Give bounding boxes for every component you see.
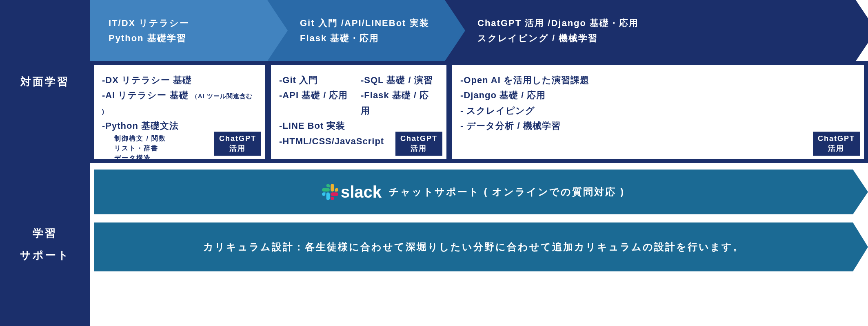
phase-1-line2: Python 基礎学習 [109, 31, 267, 46]
phase-1: IT/DX リテラシー Python 基礎学習 [90, 0, 267, 61]
phases-row: IT/DX リテラシー Python 基礎学習 Git 入門 /API/LINE… [90, 0, 868, 61]
badge-line2: 活用 [219, 144, 256, 153]
badge-line2: 活用 [818, 144, 855, 153]
support-banner2-text: カリキュラム設計：各生徒様に合わせて深堀りしたい分野に合わせて追加カリキュラムの… [203, 240, 744, 253]
support-banner-slack: slack チャットサポート ( オンラインでの質問対応 ) [94, 170, 853, 214]
slack-logo: slack [322, 183, 382, 201]
card3-item-c: - スクレイピング [460, 103, 856, 118]
badge-line2: 活用 [400, 144, 437, 153]
card-1: -DX リテラシー 基礎 -AI リテラシー 基礎 （AI ツール関連含む ) … [94, 65, 265, 159]
phase-1-line1: IT/DX リテラシー [109, 15, 267, 31]
card2-item-a: -Git 入門 [279, 73, 357, 88]
card3-item-a: -Open AI を活用した演習課題 [460, 73, 856, 88]
support-content: slack チャットサポート ( オンラインでの質問対応 ) カリキュラム設計：… [90, 163, 868, 326]
card1-badge: ChatGPT 活用 [214, 132, 261, 156]
phase-2-line1: Git 入門 /API/LINEBot 実装 [300, 15, 445, 31]
card1-item-b-main: -AI リテラシー 基礎 [102, 90, 189, 100]
phase-2-line2: Flask 基礎・応用 [300, 31, 445, 46]
sidebar-in-person-learning: 対面学習 [0, 0, 90, 163]
support-banner1-text: チャットサポート ( オンラインでの質問対応 ) [389, 185, 625, 198]
card2-item-c: -API 基礎 / 応用 [279, 88, 357, 118]
phase-3: ChatGPT 活用 /Django 基礎・応用 スクレイピング / 機械学習 [445, 0, 856, 61]
card1-item-b: -AI リテラシー 基礎 （AI ツール関連含む ) [102, 88, 257, 118]
sidebar-learning-support: 学習 サポート [0, 163, 90, 326]
card3-badge: ChatGPT 活用 [813, 132, 860, 156]
card3-item-d: - データ分析 / 機械学習 [460, 118, 856, 133]
top-content: IT/DX リテラシー Python 基礎学習 Git 入門 /API/LINE… [90, 0, 868, 163]
slack-icon [322, 184, 338, 200]
sidebar-bottom-line1: 学習 [33, 225, 57, 242]
card2-item-e: -LINE Bot 実装 [279, 118, 438, 133]
badge-line1: ChatGPT [818, 134, 855, 143]
card2-badge: ChatGPT 活用 [395, 132, 442, 156]
sidebar-bottom-line2: サポート [20, 247, 70, 264]
card-2: -Git 入門 -SQL 基礎 / 演習 -API 基礎 / 応用 -Flask… [271, 65, 446, 159]
card2-item-d: -Flask 基礎 / 応用 [361, 88, 438, 118]
card3-item-b: -Django 基礎 / 応用 [460, 88, 856, 103]
badge-line1: ChatGPT [219, 134, 256, 143]
sidebar-label-top: 対面学習 [20, 75, 69, 89]
card-3: -Open AI を活用した演習課題 -Django 基礎 / 応用 - スクレ… [452, 65, 864, 159]
phase-3-line2: スクレイピング / 機械学習 [477, 31, 856, 46]
badge-line1: ChatGPT [400, 134, 437, 143]
card2-item-b: -SQL 基礎 / 演習 [361, 73, 438, 88]
phase-3-line1: ChatGPT 活用 /Django 基礎・応用 [477, 15, 856, 31]
slack-wordmark: slack [341, 183, 382, 201]
phase-2: Git 入門 /API/LINEBot 実装 Flask 基礎・応用 [267, 0, 445, 61]
cards-row: -DX リテラシー 基礎 -AI リテラシー 基礎 （AI ツール関連含む ) … [90, 61, 868, 163]
card1-item-a: -DX リテラシー 基礎 [102, 73, 257, 88]
card1-item-c: -Python 基礎文法 [102, 118, 257, 133]
support-banner-curriculum: カリキュラム設計：各生徒様に合わせて深堀りしたい分野に合わせて追加カリキュラムの… [94, 222, 853, 271]
